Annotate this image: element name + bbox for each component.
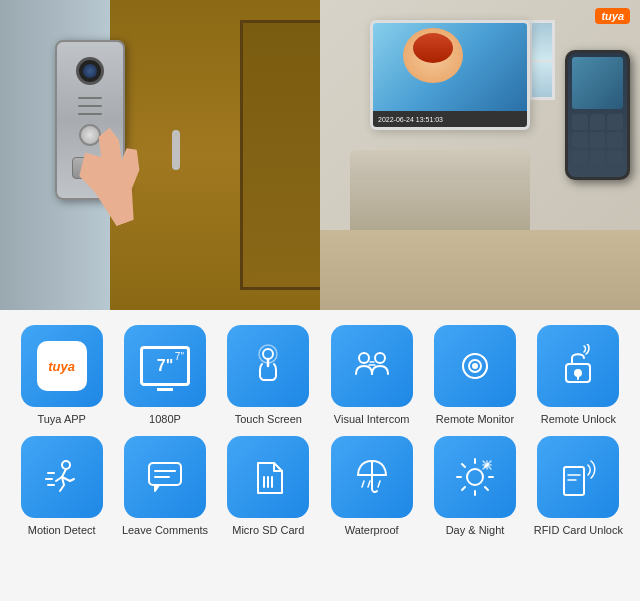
room-floor	[320, 230, 640, 310]
svg-line-26	[462, 464, 465, 467]
tuya-app-label: Tuya APP	[37, 413, 86, 426]
monitor-screen	[373, 23, 527, 111]
feature-leave-comments: Leave Comments	[118, 436, 211, 537]
remote-monitor-label: Remote Monitor	[436, 413, 514, 426]
motion-detect-icon	[40, 455, 84, 499]
svg-rect-11	[149, 463, 181, 485]
monitor-icon: 7" 7"	[140, 346, 190, 386]
remote-unlock-icon-box	[537, 325, 619, 407]
svg-point-0	[263, 349, 273, 359]
monitor-resolution-text: 7"	[157, 358, 173, 374]
micro-sd-icon-box	[227, 436, 309, 518]
leave-comments-icon-box	[124, 436, 206, 518]
micro-sd-card-label: Micro SD Card	[232, 524, 304, 537]
feature-remote-monitor: Remote Monitor	[428, 325, 521, 426]
features-row-2: Motion Detect Leave Comments	[15, 436, 625, 537]
leave-comments-icon	[143, 455, 187, 499]
indoor-monitor: 2022-06-24 13:51:03	[370, 20, 530, 130]
phone-controls	[572, 112, 623, 167]
tuya-brand-logo: tuya	[595, 8, 630, 24]
feature-waterproof: Waterproof	[325, 436, 418, 537]
day-night-icon-box	[434, 436, 516, 518]
remote-monitor-icon-box	[434, 325, 516, 407]
day-night-icon	[453, 455, 497, 499]
svg-line-18	[362, 481, 364, 487]
feature-micro-sd-card: Micro SD Card	[222, 436, 315, 537]
feature-day-night: Day & Night	[428, 436, 521, 537]
1080p-label: 1080P	[149, 413, 181, 426]
sofa	[350, 170, 530, 230]
remote-unlock-label: Remote Unlock	[541, 413, 616, 426]
svg-point-3	[375, 353, 385, 363]
touch-screen-label: Touch Screen	[235, 413, 302, 426]
svg-line-20	[378, 481, 380, 487]
door-handle	[172, 130, 180, 170]
room-section: 2022-06-24 13:51:03	[320, 0, 640, 310]
rfid-card-unlock-icon	[556, 455, 600, 499]
door-frame	[110, 0, 320, 310]
remote-monitor-icon	[453, 344, 497, 388]
tuya-app-text: tuya	[48, 359, 75, 374]
doorbell-speaker	[75, 97, 105, 115]
waterproof-label: Waterproof	[345, 524, 399, 537]
svg-line-29	[462, 487, 465, 490]
feature-rfid-card-unlock: RFID Card Unlock	[532, 436, 625, 537]
1080p-icon-box: 7" 7"	[124, 325, 206, 407]
day-night-label: Day & Night	[446, 524, 505, 537]
rfid-card-unlock-label: RFID Card Unlock	[534, 524, 623, 537]
touch-icon-box	[227, 325, 309, 407]
feature-touch-screen: Touch Screen	[222, 325, 315, 426]
svg-point-21	[467, 469, 483, 485]
micro-sd-card-icon	[246, 455, 290, 499]
svg-point-2	[359, 353, 369, 363]
smartphone	[565, 50, 630, 180]
leave-comments-label: Leave Comments	[122, 524, 208, 537]
motion-detect-label: Motion Detect	[28, 524, 96, 537]
feature-tuya-app: tuya Tuya APP	[15, 325, 108, 426]
svg-point-6	[473, 364, 477, 368]
svg-point-10	[62, 461, 70, 469]
svg-line-19	[368, 481, 370, 487]
visual-intercom-label: Visual Intercom	[334, 413, 410, 426]
features-row-1: tuya Tuya APP 7" 7" 1080P	[15, 325, 625, 426]
tuya-app-icon: tuya	[37, 341, 87, 391]
product-image: 2022-06-24 13:51:03 tuy	[0, 0, 640, 310]
tuya-app-icon-box: tuya	[21, 325, 103, 407]
visual-intercom-icon	[350, 344, 394, 388]
feature-visual-intercom: Visual Intercom	[325, 325, 418, 426]
monitor-status-bar: 2022-06-24 13:51:03	[373, 111, 527, 127]
motion-detect-icon-box	[21, 436, 103, 518]
monitor-display-face	[403, 28, 463, 83]
touch-screen-icon	[246, 344, 290, 388]
doorbell-camera	[76, 57, 104, 85]
remote-unlock-icon	[556, 344, 600, 388]
svg-line-27	[485, 487, 488, 490]
rfid-icon-box	[537, 436, 619, 518]
waterproof-icon-box	[331, 436, 413, 518]
feature-motion-detect: Motion Detect	[15, 436, 108, 537]
phone-screen	[568, 53, 627, 177]
svg-rect-30	[564, 467, 584, 495]
feature-1080p: 7" 7" 1080P	[118, 325, 211, 426]
waterproof-icon	[350, 455, 394, 499]
visual-intercom-icon-box	[331, 325, 413, 407]
monitor-inch-text: 7"	[175, 351, 184, 362]
phone-video-feed	[572, 57, 623, 109]
doorbell-button	[79, 124, 101, 146]
feature-remote-unlock: Remote Unlock	[532, 325, 625, 426]
features-section: tuya Tuya APP 7" 7" 1080P	[0, 310, 640, 601]
